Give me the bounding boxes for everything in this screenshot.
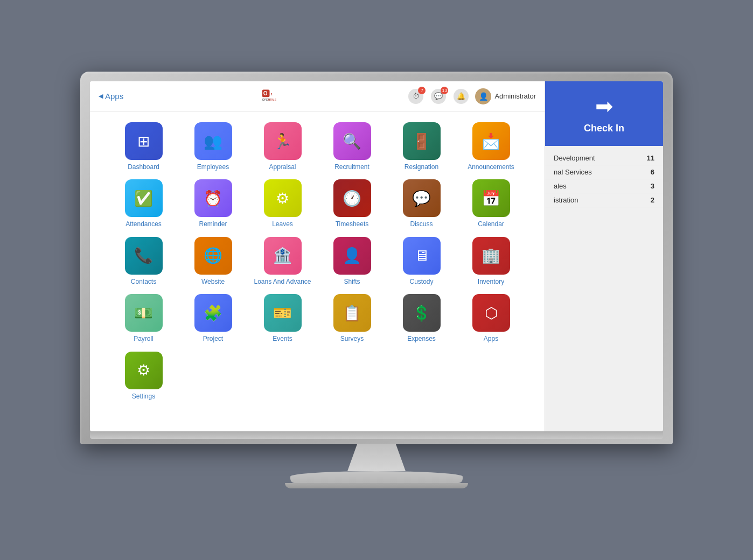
timer-icon-badge[interactable]: ⏱ 7	[407, 88, 424, 105]
app-item-inventory[interactable]: 🏢Inventory	[459, 237, 523, 285]
shifts-label: Shifts	[344, 278, 360, 285]
settings-icon: ⚙	[125, 352, 163, 389]
contacts-icon: 📞	[125, 237, 163, 275]
app-item-appraisal[interactable]: 🏃Appraisal	[250, 122, 315, 171]
attendances-icon: ✅	[125, 179, 163, 217]
contacts-label: Contacts	[131, 278, 156, 285]
attendances-label: Attendances	[126, 220, 162, 228]
app-item-expenses[interactable]: 💲Expenses	[389, 294, 454, 342]
timesheets-label: Timesheets	[336, 220, 369, 228]
app-item-settings[interactable]: ⚙Settings	[111, 352, 176, 400]
app-grid: ⊞Dashboard👥Employees🏃Appraisal🔍Recruitme…	[111, 122, 523, 400]
leaves-icon: ⚙	[264, 179, 302, 217]
expenses-icon: 💲	[403, 294, 441, 332]
events-icon: 🎫	[264, 294, 302, 332]
employees-icon: 👥	[194, 122, 232, 160]
admin-button[interactable]: 👤 Administrator	[475, 88, 536, 104]
discuss-icon: 💬	[403, 179, 441, 217]
dept-row: ales3	[545, 179, 663, 193]
app-item-surveys[interactable]: 📋Surveys	[320, 294, 384, 342]
department-list: Development11nal Services6ales3istration…	[545, 146, 663, 431]
discuss-label: Discuss	[410, 220, 433, 228]
project-icon: 🧩	[194, 294, 232, 332]
app-item-reminder[interactable]: ⏰Reminder	[181, 179, 245, 228]
website-label: Website	[201, 278, 225, 285]
custody-icon: 🖥	[403, 237, 441, 275]
messages-badge: 13	[441, 87, 448, 94]
checkin-label: Check In	[584, 123, 624, 134]
announcements-label: Announcements	[468, 163, 514, 171]
surveys-icon: 📋	[333, 294, 371, 332]
calendar-icon: 📅	[472, 179, 510, 217]
payroll-label: Payroll	[134, 335, 154, 342]
dept-name: istration	[554, 196, 578, 204]
app-item-events[interactable]: 🎫Events	[250, 294, 315, 342]
reminder-icon: ⏰	[194, 179, 232, 217]
dept-count: 6	[651, 168, 654, 176]
top-bar: Apps O 1 OPEN HRMS ⏱	[90, 81, 545, 111]
app-item-custody[interactable]: 🖥Custody	[389, 237, 454, 285]
project-label: Project	[203, 335, 223, 342]
dashboard-label: Dashboard	[128, 163, 159, 171]
resignation-label: Resignation	[405, 163, 438, 171]
alerts-icon-badge[interactable]: 🔔	[452, 88, 470, 105]
checkin-icon: ➡	[595, 94, 613, 118]
loans-label: Loans And Advance	[254, 278, 311, 285]
app-item-website[interactable]: 🌐Website	[181, 237, 245, 285]
expenses-label: Expenses	[407, 335, 436, 342]
admin-label: Administrator	[494, 92, 536, 100]
dept-row: Development11	[545, 151, 663, 165]
recruitment-icon: 🔍	[333, 122, 371, 160]
payroll-icon: 💵	[125, 294, 163, 332]
app-item-recruitment[interactable]: 🔍Recruitment	[320, 122, 384, 171]
app-item-payroll[interactable]: 💵Payroll	[111, 294, 176, 342]
app-item-resignation[interactable]: 🚪Resignation	[389, 122, 454, 171]
employees-label: Employees	[197, 163, 229, 171]
bell-icon: 🔔	[454, 89, 469, 104]
app-item-shifts[interactable]: 👤Shifts	[320, 237, 384, 285]
back-button[interactable]: Apps	[99, 92, 123, 101]
top-right-icons: ⏱ 7 💬 13 🔔 👤 Administrator	[407, 88, 536, 105]
app-item-apps[interactable]: ⬡Apps	[459, 294, 523, 342]
app-item-dashboard[interactable]: ⊞Dashboard	[111, 122, 176, 171]
app-item-loans[interactable]: 🏦Loans And Advance	[250, 237, 315, 285]
app-item-timesheets[interactable]: 🕐Timesheets	[320, 179, 384, 228]
resignation-icon: 🚪	[403, 122, 441, 160]
app-item-announcements[interactable]: 📩Announcements	[459, 122, 523, 171]
right-sidebar: ➡ Check In Development11nal Services6ale…	[545, 81, 663, 431]
app-item-project[interactable]: 🧩Project	[181, 294, 245, 342]
dept-row: nal Services6	[545, 165, 663, 179]
recruitment-label: Recruitment	[334, 163, 369, 171]
app-grid-container: ⊞Dashboard👥Employees🏃Appraisal🔍Recruitme…	[90, 111, 545, 431]
dept-row: istration2	[545, 193, 663, 207]
inventory-label: Inventory	[478, 278, 504, 285]
apps-label: Apps	[484, 335, 498, 342]
dept-name: nal Services	[554, 168, 592, 176]
dashboard-icon: ⊞	[125, 122, 163, 160]
timer-badge: 7	[418, 87, 426, 94]
app-area: Apps O 1 OPEN HRMS ⏱	[90, 81, 545, 431]
dept-name: Development	[554, 154, 595, 162]
app-item-contacts[interactable]: 📞Contacts	[111, 237, 176, 285]
dept-name: ales	[554, 182, 567, 190]
avatar: 👤	[475, 88, 491, 104]
leaves-label: Leaves	[272, 220, 293, 228]
app-item-employees[interactable]: 👥Employees	[181, 122, 245, 171]
svg-text:HRMS: HRMS	[268, 98, 276, 101]
shifts-icon: 👤	[333, 237, 371, 275]
dept-count: 2	[651, 196, 654, 204]
app-item-calendar[interactable]: 📅Calendar	[459, 179, 523, 228]
settings-label: Settings	[132, 393, 155, 400]
messages-icon-badge[interactable]: 💬 13	[430, 88, 447, 105]
app-item-leaves[interactable]: ⚙Leaves	[250, 179, 315, 228]
svg-text:O: O	[263, 90, 267, 96]
website-icon: 🌐	[194, 237, 232, 275]
checkin-panel[interactable]: ➡ Check In	[545, 81, 663, 146]
svg-text:1: 1	[270, 92, 273, 96]
apps-icon: ⬡	[472, 294, 510, 332]
announcements-icon: 📩	[472, 122, 510, 160]
app-item-attendances[interactable]: ✅Attendances	[111, 179, 176, 228]
appraisal-label: Appraisal	[269, 163, 296, 171]
reminder-label: Reminder	[199, 220, 227, 228]
app-item-discuss[interactable]: 💬Discuss	[389, 179, 454, 228]
